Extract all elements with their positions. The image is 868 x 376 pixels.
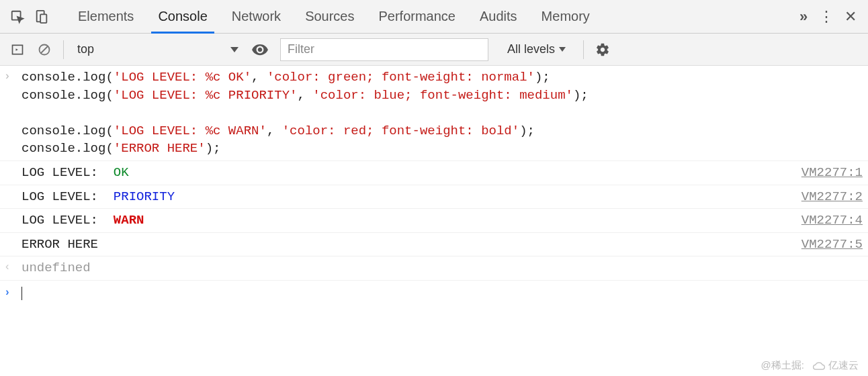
live-expression-icon[interactable] [248, 38, 272, 62]
log-message[interactable]: LOG LEVEL: OK [21, 162, 801, 183]
more-tabs-icon[interactable]: » [790, 5, 814, 29]
console-log-row: LOG LEVEL: PRIORITY VM2277:2 [0, 185, 868, 209]
execution-context-label: top [77, 42, 94, 56]
source-link[interactable]: VM2277:5 [801, 234, 863, 254]
source-link[interactable]: VM2277:1 [801, 162, 863, 182]
log-gutter [4, 234, 21, 236]
console-toolbar: top All levels [0, 34, 868, 66]
console-log-row: ERROR HERE VM2277:5 [0, 233, 868, 257]
console-messages-area: › console.log('LOG LEVEL: %c OK', 'color… [0, 66, 868, 306]
source-link[interactable]: VM2277:4 [801, 210, 863, 230]
watermark-text-right: 亿速云 [812, 359, 859, 372]
kebab-menu-icon[interactable]: ⋮ [814, 5, 838, 29]
chevron-down-icon [559, 47, 566, 52]
log-message[interactable]: LOG LEVEL: WARN [21, 210, 801, 231]
device-toolbar-icon[interactable] [30, 5, 54, 29]
tab-audits[interactable]: Audits [468, 0, 529, 34]
console-input-history-row: › console.log('LOG LEVEL: %c OK', 'color… [0, 66, 868, 161]
tab-sources[interactable]: Sources [293, 0, 366, 34]
filter-input[interactable] [280, 38, 488, 61]
return-marker-icon: ‹ [4, 258, 21, 275]
toolbar-divider [583, 40, 584, 59]
console-sidebar-toggle-icon[interactable] [5, 38, 30, 62]
console-code-block[interactable]: console.log('LOG LEVEL: %c OK', 'color: … [21, 67, 863, 159]
tab-memory[interactable]: Memory [529, 0, 602, 34]
tab-performance[interactable]: Performance [367, 0, 468, 34]
devtools-main-tabs: Elements Console Network Sources Perform… [0, 0, 868, 34]
svg-rect-2 [40, 14, 46, 23]
console-log-row: LOG LEVEL: OK VM2277:1 [0, 161, 868, 185]
log-gutter [4, 210, 21, 212]
tab-console[interactable]: Console [146, 0, 219, 34]
log-levels-dropdown[interactable]: All levels [499, 39, 574, 60]
watermark-text-left: @稀土掘: [761, 359, 804, 372]
close-icon[interactable]: ✕ [838, 5, 863, 29]
svg-line-5 [41, 46, 48, 53]
log-levels-label: All levels [507, 42, 555, 56]
log-message[interactable]: ERROR HERE [21, 234, 801, 255]
tab-network[interactable]: Network [220, 0, 293, 34]
input-marker-icon: › [4, 67, 21, 84]
prompt-marker-icon: › [4, 283, 21, 304]
tab-elements[interactable]: Elements [66, 0, 146, 34]
console-prompt-input[interactable] [21, 283, 863, 304]
console-prompt-row: › [0, 281, 868, 306]
log-gutter [4, 187, 21, 189]
return-value[interactable]: undefined [21, 258, 863, 279]
console-settings-gear-icon[interactable] [591, 38, 615, 62]
inspect-element-icon[interactable] [5, 5, 30, 29]
watermark: @稀土掘: 亿速云 [761, 359, 859, 372]
text-cursor-icon [21, 287, 22, 300]
clear-console-icon[interactable] [32, 38, 56, 62]
log-message[interactable]: LOG LEVEL: PRIORITY [21, 187, 801, 207]
console-return-row: ‹ undefined [0, 256, 868, 281]
chevron-down-icon [230, 47, 238, 52]
cloud-icon [812, 361, 826, 371]
log-gutter [4, 162, 21, 164]
console-log-row: LOG LEVEL: WARN VM2277:4 [0, 209, 868, 233]
toolbar-divider [63, 40, 64, 59]
source-link[interactable]: VM2277:2 [801, 187, 863, 206]
execution-context-selector[interactable]: top [71, 39, 245, 60]
